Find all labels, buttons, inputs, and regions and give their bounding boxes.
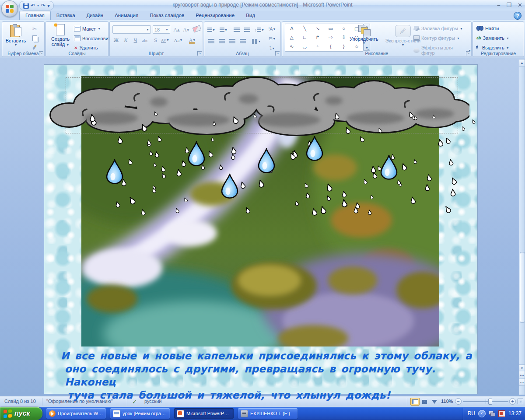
tab-vstavka[interactable]: Вставка [51, 11, 81, 20]
strikethrough-button[interactable]: abc [140, 36, 150, 45]
tab-glavnaya[interactable]: Главная [19, 11, 51, 20]
undo-dropdown-icon[interactable]: ▼ [37, 2, 39, 10]
taskbar-task-word[interactable]: урок [Режим ограни... [110, 408, 170, 419]
shape-icon[interactable]: A [290, 26, 293, 31]
tab-animaciya[interactable]: Анимация [109, 11, 144, 20]
layout-button[interactable]: Макет▼ [74, 26, 101, 32]
shape-fill-button[interactable]: Заливка фигуры▼ [413, 26, 463, 31]
bold-button[interactable]: Ж [112, 36, 121, 45]
minimize-button[interactable]: – [497, 2, 500, 8]
save-icon[interactable] [23, 3, 29, 9]
undo-button[interactable]: ↶ [31, 2, 35, 10]
shape-outline-icon [413, 35, 420, 41]
fit-to-window-button[interactable] [518, 399, 523, 404]
tab-vid[interactable]: Вид [240, 11, 261, 20]
shape-icon[interactable]: △ [290, 35, 294, 40]
drawing-dialog-launcher[interactable]: ↘ [466, 51, 470, 56]
find-button[interactable]: Найти [476, 26, 499, 31]
shrink-font-button[interactable]: А▾ [182, 25, 191, 34]
next-slide-button[interactable]: ▼▼ [519, 379, 525, 386]
font-name-combo[interactable]: ▼ [112, 25, 151, 34]
increase-indent-button[interactable] [242, 25, 252, 34]
hide-icons-chevron-icon[interactable]: < [478, 410, 486, 417]
columns-button[interactable]: ▼ [252, 37, 261, 46]
taskbar-task-wmp[interactable]: Проигрыватель Win... [46, 408, 106, 419]
start-button[interactable]: пуск [0, 407, 42, 420]
shape-icon[interactable]: ≈ [316, 44, 319, 49]
shape-icon[interactable]: ╲ [303, 26, 306, 31]
scroll-thumb[interactable] [520, 252, 525, 323]
reset-slide-button[interactable]: Восстановить [74, 35, 113, 41]
slide-canvas[interactable]: И все новые и новые капельки присоединял… [44, 64, 478, 394]
previous-slide-button[interactable]: ▲▲ [519, 371, 525, 378]
zoom-slider-thumb[interactable] [488, 399, 492, 405]
network-tray-icon[interactable] [489, 411, 495, 416]
zoom-in-button[interactable]: + [509, 398, 516, 405]
shape-icon[interactable]: ∟ [302, 35, 307, 40]
decrease-indent-button[interactable] [232, 25, 242, 34]
office-button[interactable] [1, 0, 18, 17]
change-case-button[interactable]: Aa▼ [174, 36, 183, 45]
clipboard-dialog-launcher[interactable]: ↘ [39, 51, 43, 56]
scroll-down-button[interactable]: ▼ [519, 364, 525, 372]
shape-icon[interactable]: ▭ [329, 26, 333, 31]
align-right-button[interactable] [228, 37, 237, 46]
tab-pokaz-slaidov[interactable]: Показ слайдов [144, 11, 190, 20]
underline-button[interactable]: Ч [131, 36, 140, 45]
char-spacing-button[interactable]: AV▼ [161, 36, 170, 45]
shape-outline-button[interactable]: Контур фигуры▼ [413, 35, 460, 41]
close-button[interactable]: ✕ [518, 2, 522, 8]
font-color-button[interactable]: А▼ [188, 36, 197, 45]
restore-button[interactable]: ❐ [506, 2, 511, 8]
align-left-button[interactable] [206, 37, 216, 46]
align-text-button[interactable]: ⊟▼ [267, 34, 277, 43]
replace-button[interactable]: ab Заменить▼ [476, 35, 509, 41]
selection-marquee [66, 77, 458, 133]
shape-icon[interactable]: ↱ [316, 35, 320, 40]
grow-font-button[interactable]: А▴ [172, 25, 181, 34]
shape-icon[interactable]: ∿ [290, 44, 294, 49]
scroll-up-button[interactable]: ▲ [519, 60, 525, 66]
font-dialog-launcher[interactable]: ↘ [197, 51, 202, 56]
shape-icon[interactable]: ◡ [303, 44, 307, 49]
cut-icon[interactable]: ✂ [31, 25, 38, 32]
bullets-button[interactable]: ▼ [206, 25, 216, 34]
numbering-button[interactable]: ▼ [219, 25, 228, 34]
select-button[interactable]: Выделить▼ [476, 45, 509, 50]
clear-formatting-button[interactable] [192, 24, 201, 33]
paragraph-dialog-launcher[interactable]: ↘ [275, 51, 280, 56]
help-button[interactable]: ? [514, 12, 522, 20]
format-painter-icon[interactable] [31, 44, 38, 51]
slide-text-block[interactable]: И все новые и новые капельки присоединял… [61, 349, 472, 402]
align-center-button[interactable] [217, 37, 227, 46]
tab-dizain[interactable]: Дизайн [81, 11, 109, 20]
text-shadow-button[interactable]: S [151, 36, 160, 45]
paste-button[interactable]: Вставить ▼ [4, 24, 28, 46]
language-badge[interactable]: RU [468, 410, 475, 416]
new-slide-button[interactable]: ✹ Создать слайд ▼ [49, 24, 72, 47]
zoom-slider-center-tick [486, 399, 486, 404]
shape-icon[interactable]: ⇨ [329, 35, 332, 40]
app-tray-icon[interactable] [498, 410, 505, 417]
tab-recenzirovanie[interactable]: Рецензирование [190, 11, 240, 20]
taskbar-task-powerpoint[interactable]: Microsoft PowerPoint ... [174, 408, 234, 419]
italic-button[interactable]: К [121, 36, 130, 45]
slide-counter: Слайд 8 из 10 [4, 399, 36, 404]
window-title: круговорот воды в природе [Режим совмест… [0, 2, 525, 8]
drive-icon [241, 410, 248, 417]
text-direction-button[interactable]: ⫶A▼ [267, 24, 277, 33]
arrange-button[interactable]: Упорядочить ▼ [344, 25, 384, 45]
line-spacing-button[interactable]: ↕▼ [255, 25, 264, 34]
shape-icon[interactable]: ↘ [316, 26, 320, 31]
redo-button[interactable]: ↷ [41, 2, 46, 10]
shape-icon[interactable]: ☆ [354, 44, 359, 49]
copy-icon[interactable] [31, 35, 38, 42]
vertical-scrollbar[interactable]: ▲ ▼ ▲▲ ▼▼ [519, 59, 525, 395]
font-size-combo[interactable]: 18▼ [153, 25, 170, 34]
delete-slide-button[interactable]: ✕ Удалить [74, 45, 98, 50]
justify-button[interactable] [238, 37, 248, 46]
shape-icon[interactable]: { [330, 44, 332, 49]
shape-icon[interactable]: } [343, 44, 345, 49]
qat-customize-icon[interactable]: ▾ [47, 2, 50, 10]
taskbar-task-drive[interactable]: ЕКУШЕНКО Т (F:) [238, 408, 298, 419]
